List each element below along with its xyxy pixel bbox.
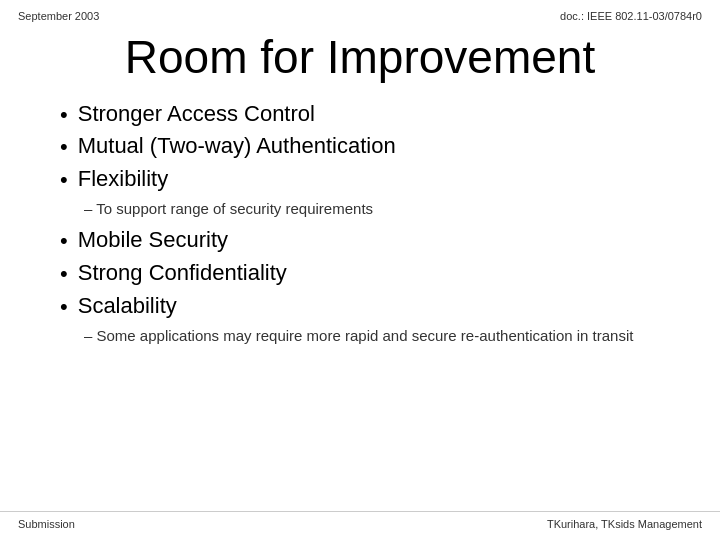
bullet-icon: • bbox=[60, 166, 68, 195]
bullet-text: Scalability bbox=[78, 293, 177, 319]
footer-right: TKurihara, TKsids Management bbox=[547, 518, 702, 530]
list-item: • Mutual (Two-way) Authentication bbox=[60, 133, 660, 162]
slide-page: September 2003 doc.: IEEE 802.11-03/0784… bbox=[0, 0, 720, 540]
slide-footer: Submission TKurihara, TKsids Management bbox=[0, 511, 720, 530]
list-item: • Stronger Access Control bbox=[60, 101, 660, 130]
list-item: • Mobile Security bbox=[60, 227, 660, 256]
header-date: September 2003 bbox=[18, 10, 99, 22]
bullet-text: Stronger Access Control bbox=[78, 101, 315, 127]
bullet-text: Mobile Security bbox=[78, 227, 228, 253]
sub-note-1: To support range of security requirement… bbox=[84, 200, 660, 217]
footer-left: Submission bbox=[18, 518, 75, 530]
slide-header: September 2003 doc.: IEEE 802.11-03/0784… bbox=[0, 0, 720, 26]
sub-note-2: Some applications may require more rapid… bbox=[84, 327, 660, 344]
main-title: Room for Improvement bbox=[18, 32, 702, 83]
bullet-icon: • bbox=[60, 260, 68, 289]
title-section: Room for Improvement bbox=[0, 32, 720, 83]
bullet-list-1: • Stronger Access Control • Mutual (Two-… bbox=[60, 101, 660, 195]
bullet-list-2: • Mobile Security • Strong Confidentiali… bbox=[60, 227, 660, 321]
bullet-text: Strong Confidentiality bbox=[78, 260, 287, 286]
content-area: • Stronger Access Control • Mutual (Two-… bbox=[0, 101, 720, 345]
bullet-icon: • bbox=[60, 293, 68, 322]
list-item: • Flexibility bbox=[60, 166, 660, 195]
bullet-icon: • bbox=[60, 101, 68, 130]
bullet-icon: • bbox=[60, 133, 68, 162]
bullet-text: Flexibility bbox=[78, 166, 168, 192]
bullet-icon: • bbox=[60, 227, 68, 256]
list-item: • Strong Confidentiality bbox=[60, 260, 660, 289]
bullet-text: Mutual (Two-way) Authentication bbox=[78, 133, 396, 159]
list-item: • Scalability bbox=[60, 293, 660, 322]
header-doc-id: doc.: IEEE 802.11-03/0784r0 bbox=[560, 10, 702, 22]
